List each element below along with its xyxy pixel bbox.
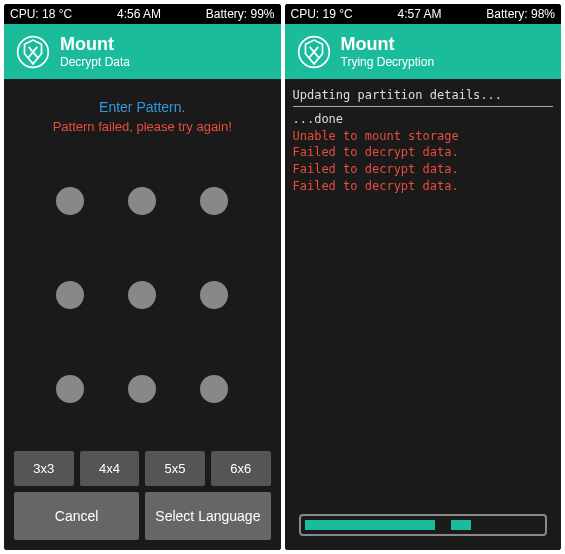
header: Mount Trying Decryption (285, 24, 562, 79)
progress-fill (451, 520, 471, 530)
pattern-dot[interactable] (200, 187, 228, 215)
status-bar: CPU: 18 °C 4:56 AM Battery: 99% (4, 4, 281, 24)
pattern-dot[interactable] (56, 281, 84, 309)
battery-level: Battery: 98% (486, 7, 555, 21)
phone-left: CPU: 18 °C 4:56 AM Battery: 99% Mount De… (4, 4, 281, 550)
pattern-dot[interactable] (128, 375, 156, 403)
select-language-button[interactable]: Select Language (145, 492, 270, 540)
pattern-dot[interactable] (200, 281, 228, 309)
progress-fill (305, 520, 435, 530)
page-subtitle: Decrypt Data (60, 55, 130, 69)
grid-size-4x4-button[interactable]: 4x4 (80, 451, 140, 486)
pattern-dot[interactable] (56, 187, 84, 215)
cpu-temp: CPU: 19 °C (291, 7, 353, 21)
pattern-dot[interactable] (128, 187, 156, 215)
progress-container (291, 506, 556, 544)
pattern-dot[interactable] (56, 375, 84, 403)
page-title: Mount (60, 34, 130, 55)
twrp-logo-icon (16, 35, 50, 69)
cancel-button[interactable]: Cancel (14, 492, 139, 540)
page-title: Mount (341, 34, 435, 55)
clock: 4:56 AM (117, 7, 161, 21)
log-output: Updating partition details... ...done Un… (291, 85, 556, 197)
header: Mount Decrypt Data (4, 24, 281, 79)
pattern-dot[interactable] (128, 281, 156, 309)
grid-size-3x3-button[interactable]: 3x3 (14, 451, 74, 486)
action-row: Cancel Select Language (14, 492, 271, 540)
grid-size-6x6-button[interactable]: 6x6 (211, 451, 271, 486)
log-error-line: Failed to decrypt data. (293, 178, 554, 195)
twrp-logo-icon (297, 35, 331, 69)
grid-size-row: 3x3 4x4 5x5 6x6 (14, 451, 271, 486)
battery-level: Battery: 99% (206, 7, 275, 21)
pattern-dot[interactable] (200, 375, 228, 403)
log-line: ...done (293, 111, 554, 128)
content-area: Updating partition details... ...done Un… (285, 79, 562, 550)
clock: 4:57 AM (397, 7, 441, 21)
pattern-grid[interactable] (14, 149, 271, 441)
content-area: Enter Pattern. Pattern failed, please tr… (4, 79, 281, 550)
cpu-temp: CPU: 18 °C (10, 7, 72, 21)
divider (293, 106, 554, 107)
status-bar: CPU: 19 °C 4:57 AM Battery: 98% (285, 4, 562, 24)
log-line: Updating partition details... (293, 87, 554, 104)
enter-pattern-label: Enter Pattern. (14, 99, 271, 115)
progress-bar (299, 514, 548, 536)
pattern-error-label: Pattern failed, please try again! (14, 119, 271, 134)
phone-right: CPU: 19 °C 4:57 AM Battery: 98% Mount Tr… (285, 4, 562, 550)
grid-size-5x5-button[interactable]: 5x5 (145, 451, 205, 486)
page-subtitle: Trying Decryption (341, 55, 435, 69)
log-error-line: Failed to decrypt data. (293, 161, 554, 178)
log-error-line: Unable to mount storage (293, 128, 554, 145)
log-error-line: Failed to decrypt data. (293, 144, 554, 161)
